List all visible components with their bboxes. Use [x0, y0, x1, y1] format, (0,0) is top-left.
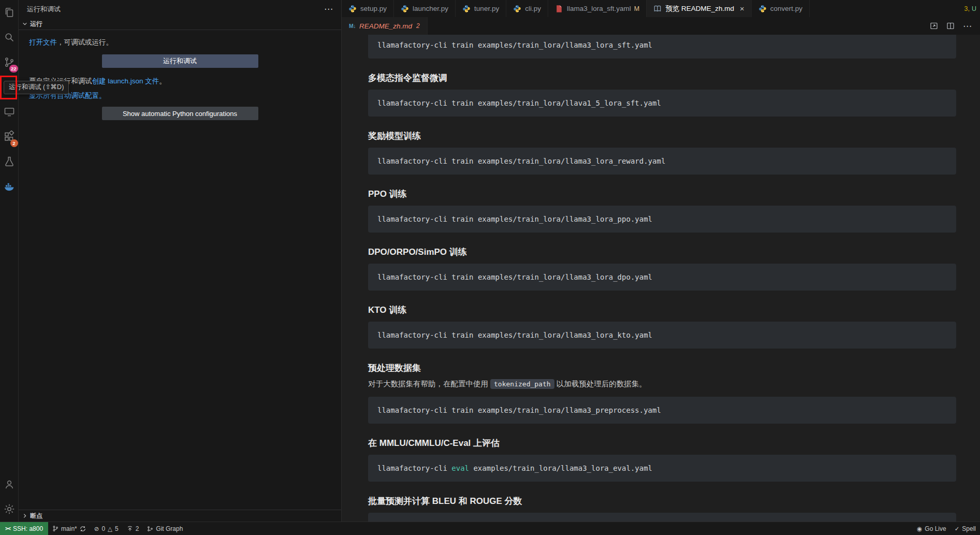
code-text: train: [451, 41, 473, 49]
open-to-side-icon[interactable]: [930, 22, 938, 30]
section-heading: KTO 训练: [368, 305, 956, 315]
branch-indicator[interactable]: main*: [48, 522, 90, 535]
code-text: train: [451, 406, 473, 414]
run-and-debug-button[interactable]: 运行和调试: [102, 54, 258, 68]
code-text: llamafactory-cli: [377, 273, 451, 281]
code-block: llamafactory-cli train examples/train_lo…: [368, 206, 956, 233]
split-editor-icon[interactable]: [946, 22, 955, 30]
tab-label: cli.py: [525, 5, 541, 12]
sidebar-more-actions-icon[interactable]: ⋯: [324, 5, 333, 13]
section-heading: 奖励模型训练: [368, 131, 956, 141]
tab-label: README_zh.md: [359, 22, 412, 30]
code-text: examples/train_lora/llama3_lora_sft.yaml: [473, 41, 652, 49]
warning-count: 5: [115, 525, 119, 532]
tab-cli-py[interactable]: cli.py: [506, 0, 548, 17]
code-block: llamafactory-cli train examples/train_lo…: [368, 35, 956, 59]
remote-indicator[interactable]: >< SSH: a800: [0, 522, 48, 535]
run-debug-tooltip: 运行和调试 (⇧⌘D): [4, 81, 69, 94]
markdown-preview-icon: [653, 5, 662, 13]
python-icon: [462, 5, 471, 13]
code-text: train: [451, 215, 473, 223]
tab-readme-zh-source[interactable]: M↓ README_zh.md 2: [342, 17, 428, 35]
customize-text-end: 。: [159, 77, 166, 85]
code-text: examples/train_lora/llama3_lora_eval.yam…: [469, 464, 652, 472]
python-icon: [401, 5, 409, 13]
close-icon[interactable]: ×: [740, 5, 744, 12]
section-heading: PPO 训练: [368, 189, 956, 199]
remote-icon: ><: [5, 526, 10, 531]
warning-icon: △: [108, 525, 112, 532]
git-untracked-letter: U: [972, 5, 976, 12]
problems-indicator[interactable]: ⊘ 0 △ 5: [90, 522, 123, 535]
editor-actions: ⋯: [930, 17, 980, 35]
settings-gear-icon[interactable]: [0, 497, 19, 522]
code-text: llamafactory-cli: [377, 406, 451, 414]
branch-label: main*: [61, 525, 77, 532]
code-block: llamafactory-cli train examples/train_lo…: [368, 322, 956, 349]
account-icon[interactable]: [0, 472, 19, 497]
ports-count: 2: [136, 525, 139, 532]
code-text: train: [451, 331, 473, 339]
create-launch-json-link[interactable]: 创建 launch.json 文件: [92, 77, 159, 85]
section-heading: 批量预测并计算 BLEU 和 ROUGE 分数: [368, 496, 956, 507]
note-text: 对于大数据集有帮助，在配置中使用: [368, 380, 490, 388]
source-control-icon[interactable]: 22: [0, 50, 19, 75]
remote-explorer-icon[interactable]: [0, 99, 19, 124]
ports-indicator[interactable]: 2: [123, 522, 143, 535]
code-text: train: [451, 273, 473, 281]
tab-preview-readme-zh[interactable]: 预览 README_zh.md ×: [647, 0, 752, 17]
chevron-down-icon: [22, 21, 27, 26]
tab-launcher-py[interactable]: launcher.py: [394, 0, 456, 17]
sidebar-title: 运行和调试: [27, 5, 61, 14]
vscode-window: 22 2: [0, 0, 980, 535]
tab-problems-badge: 2: [416, 22, 420, 30]
tab-llama3-lora-sft-yaml[interactable]: llama3_lora_sft.yaml M: [548, 0, 647, 17]
testing-icon[interactable]: [0, 149, 19, 174]
run-debug-sidebar: 运行和调试 ⋯ 运行 打开文件，可调试或运行。 运行和调试 要自定义运行和调试创…: [19, 0, 342, 522]
code-text: llamafactory-cli: [377, 331, 451, 339]
go-live-item[interactable]: ◉ Go Live: [913, 522, 950, 535]
git-branch-icon: [52, 525, 58, 532]
explorer-icon[interactable]: [0, 0, 19, 25]
git-graph-icon: [147, 526, 153, 532]
spell-item[interactable]: ✓ Spell: [950, 522, 980, 535]
code-keyword: eval: [451, 464, 469, 472]
remote-label: SSH: a800: [13, 525, 43, 532]
section-heading: 多模态指令监督微调: [368, 73, 956, 83]
code-text: examples/train_lora/llama3_lora_ppo.yaml: [473, 215, 652, 223]
code-text: llamafactory-cli: [377, 99, 451, 107]
code-text: llamafactory-cli: [377, 464, 451, 472]
markdown-icon: M↓: [349, 23, 356, 29]
more-actions-icon[interactable]: ⋯: [963, 22, 972, 31]
run-section-header[interactable]: 运行: [19, 18, 341, 30]
open-file-text: ，可调试或运行。: [57, 38, 113, 46]
tab-setup-py[interactable]: setup.py: [342, 0, 394, 17]
code-text: train: [451, 157, 473, 165]
tab-overflow-indicator[interactable]: 3, U: [957, 0, 980, 17]
docker-icon[interactable]: [0, 174, 19, 199]
code-text: examples/train_lora/llama3_lora_reward.y…: [473, 157, 665, 165]
code-block: llamafactory-cli train examples/train_lo…: [368, 397, 956, 424]
markdown-preview: llamafactory-cli train examples/train_lo…: [342, 35, 980, 522]
go-live-icon: ◉: [917, 525, 922, 532]
problems-count: 3,: [964, 5, 970, 12]
code-text: examples/train_lora/llava1_5_lora_sft.ya…: [473, 99, 661, 107]
code-block: llamafactory-cli train examples/train_lo…: [368, 264, 956, 291]
note-text: 以加载预处理后的数据集。: [554, 380, 647, 388]
code-text: examples/train_lora/llama3_lora_kto.yaml: [473, 331, 652, 339]
code-text: examples/train_lora/llama3_lora_dpo.yaml: [473, 273, 652, 281]
error-icon: ⊘: [94, 525, 99, 532]
tab-convert-py[interactable]: convert.py: [752, 0, 810, 17]
git-graph-label: Git Graph: [156, 525, 183, 532]
open-file-link[interactable]: 打开文件: [29, 38, 57, 46]
extensions-icon[interactable]: 2: [0, 124, 19, 149]
sync-icon: [80, 526, 86, 532]
tab-label: convert.py: [770, 5, 802, 12]
show-python-configs-button[interactable]: Show automatic Python configurations: [102, 107, 258, 120]
git-graph-item[interactable]: Git Graph: [143, 522, 187, 535]
tab-label: tuner.py: [474, 5, 499, 12]
tab-tuner-py[interactable]: tuner.py: [456, 0, 506, 17]
breakpoints-section-header[interactable]: 断点: [19, 510, 341, 522]
error-count: 0: [101, 525, 105, 532]
search-icon[interactable]: [0, 25, 19, 50]
